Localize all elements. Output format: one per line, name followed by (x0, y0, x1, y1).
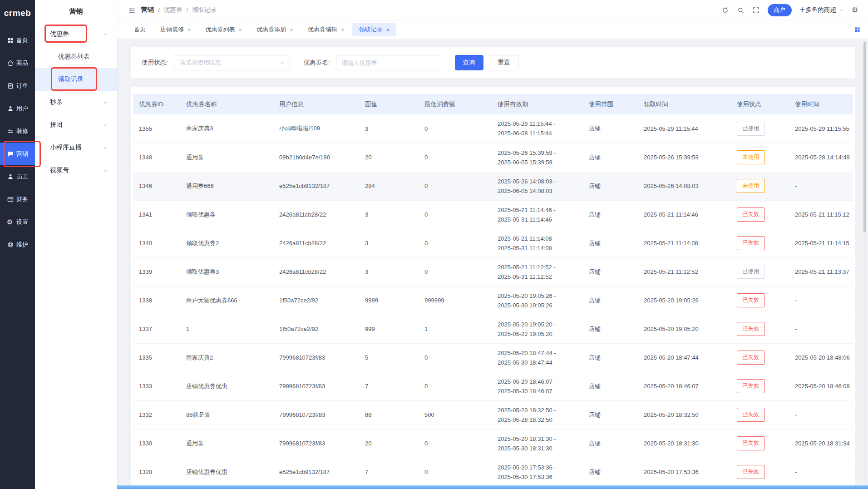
collapse-menu-icon[interactable] (128, 6, 136, 14)
close-tab-icon[interactable]: × (239, 27, 242, 33)
close-tab-icon[interactable]: × (187, 27, 191, 33)
tab-home[interactable]: 首页 (128, 23, 152, 36)
sidebar-item-user[interactable]: 用户 (0, 97, 35, 120)
sidebar-item-label: 装修 (16, 127, 28, 135)
account-menu[interactable]: 王多鱼的商超 (799, 6, 844, 14)
table-row: 1346通用券666e525e1cb9132/18728402025-05-26… (133, 172, 853, 200)
sidebar-item-decorate[interactable]: 装修 (0, 120, 35, 143)
used-time-cell: 2025-05-28 14:14:49 (789, 143, 853, 172)
sidebar-item-finance[interactable]: 财务 (0, 188, 35, 211)
valid-to: 2025-05-22 19:05:20 (498, 329, 581, 339)
breadcrumb-item[interactable]: 领取记录 (192, 6, 217, 14)
sidebar-item-maintain[interactable]: 维护 (0, 233, 35, 256)
min-spend-cell: 0 (419, 429, 492, 458)
received-time-cell: 2025-05-20 18:46:07 (638, 372, 731, 400)
use-status-cell: 已失效 (731, 315, 789, 343)
column-header: 优惠券名称 (181, 94, 274, 114)
submenu-group-label: 小程序直播 (50, 143, 82, 152)
table-row: 1348通用券09b21b0d4e7e/1902002025-05-26 15:… (133, 143, 853, 172)
tab-label: 优惠券编辑 (308, 25, 337, 34)
close-tab-icon[interactable]: × (290, 27, 293, 33)
gear-icon: ⚙ (7, 218, 14, 226)
submenu-group-seckill[interactable]: 秒杀 (35, 91, 117, 114)
tab-layout-grid-icon[interactable] (854, 26, 861, 33)
min-spend-cell: 0 (419, 257, 492, 286)
fullscreen-icon[interactable] (752, 6, 760, 14)
submenu-group-coupon[interactable]: 优惠券 (35, 23, 117, 45)
submenu-item-receive-records[interactable]: 领取记录 (35, 68, 117, 91)
status-badge: 未使用 (737, 150, 765, 164)
tab-label: 首页 (134, 25, 146, 34)
reset-button[interactable]: 重置 (490, 55, 518, 70)
coupon-id-cell: 1335 (133, 343, 181, 372)
table-row: 1330通用券79996810723f/832002025-05-20 18:3… (133, 429, 853, 458)
tab-receive-records[interactable]: 领取记录× (352, 23, 396, 36)
valid-period-cell: 2025-05-21 11:14:46 -2025-05-31 11:14:46 (492, 200, 583, 229)
vertical-scrollbar[interactable] (863, 40, 867, 484)
valid-from: 2025-05-20 18:32:50 - (498, 405, 581, 415)
tab-coupon-add[interactable]: 优惠券添加× (250, 23, 300, 36)
sub-sidebar: 营销 优惠券优惠券列表领取记录秒杀拼团小程序直播视频号 (35, 0, 117, 489)
column-header: 使用范围 (583, 94, 638, 114)
horizontal-scrollbar[interactable] (0, 485, 868, 489)
coupon-id-cell: 1339 (133, 257, 181, 286)
sidebar-item-staff[interactable]: 员工 (0, 165, 35, 188)
tab-label: 店铺装修 (160, 25, 184, 34)
topbar-actions: 商户 王多鱼的商超 ⚙ (721, 4, 858, 16)
coupon-name-label: 优惠券名: (304, 59, 330, 67)
sidebar-item-label: 设置 (16, 218, 28, 226)
search-icon[interactable] (737, 6, 745, 14)
used-time-cell: - (789, 172, 853, 200)
merchant-badge[interactable]: 商户 (768, 4, 792, 16)
use-scope-cell: 店铺 (583, 114, 638, 143)
sidebar-item-goods[interactable]: 商品 (0, 52, 35, 74)
use-scope-cell: 店铺 (583, 172, 638, 200)
used-time-cell: - (789, 400, 853, 429)
sidebar-item-home[interactable]: 首页 (0, 29, 35, 52)
bag-icon (7, 59, 14, 67)
close-tab-icon[interactable]: × (386, 27, 390, 33)
sidebar-item-label: 维护 (16, 241, 28, 249)
use-status-cell: 已失效 (731, 229, 789, 257)
refresh-icon[interactable] (721, 6, 729, 14)
table-row: 133288就是发79996810723f/83885002025-05-20 … (133, 400, 853, 429)
valid-to: 2025-05-31 11:12:52 (498, 272, 581, 282)
tab-coupon-edit[interactable]: 优惠券编辑× (301, 23, 351, 36)
table-body: 1355商家庆典3小雨哗啦啦/109302025-05-29 11:15:44 … (133, 114, 853, 486)
close-tab-icon[interactable]: × (341, 27, 345, 33)
gear-icon[interactable]: ⚙ (852, 6, 858, 14)
valid-period-cell: 2025-05-21 11:12:52 -2025-05-31 11:12:52 (492, 257, 583, 286)
min-spend-cell: 0 (419, 458, 492, 486)
face-value-cell: 7 (360, 458, 419, 486)
valid-from: 2025-05-20 19:05:20 - (498, 320, 581, 329)
scrollbar-thumb[interactable] (863, 42, 866, 232)
coupon-name-input[interactable] (336, 55, 441, 70)
sidebar-item-order[interactable]: 订单 (0, 74, 35, 97)
sidebar-item-marketing[interactable]: 营销 (0, 143, 35, 165)
user-info-cell: 79996810723f/83 (274, 429, 360, 458)
submenu-item-coupon-list[interactable]: 优惠券列表 (35, 45, 117, 68)
table-row: 1339领取优惠券32426a811cb28/22302025-05-21 11… (133, 257, 853, 286)
coupon-name-cell: 领取优惠券 (181, 200, 274, 229)
face-value-cell: 5 (360, 343, 419, 372)
sidebar-item-label: 员工 (16, 173, 28, 181)
search-button[interactable]: 查询 (455, 55, 483, 70)
chevron-down-icon (103, 122, 108, 128)
sidebar-item-settings[interactable]: ⚙设置 (0, 211, 35, 233)
status-badge: 已失效 (737, 408, 765, 422)
breadcrumb-item[interactable]: 优惠券 (164, 6, 182, 14)
valid-to: 2025-05-28 18:32:50 (498, 415, 581, 425)
submenu-group-group-buy[interactable]: 拼团 (35, 114, 117, 136)
valid-to: 2025-06-08 11:15:44 (498, 128, 581, 138)
status-badge: 已失效 (737, 351, 765, 365)
tab-shop-decoration[interactable]: 店铺装修× (154, 23, 197, 36)
submenu-group-mini-live[interactable]: 小程序直播 (35, 136, 117, 159)
submenu-group-video-account[interactable]: 视频号 (35, 159, 117, 182)
valid-period-cell: 2025-05-20 17:53:36 -2025-05-30 17:53:36 (492, 458, 583, 486)
user-info-cell: 79996810723f/83 (274, 372, 360, 400)
valid-from: 2025-05-20 18:47:44 - (498, 348, 581, 358)
status-select[interactable]: 请选择使用状态 (174, 55, 290, 70)
chevron-up-icon (103, 31, 108, 37)
status-badge: 已使用 (737, 265, 765, 279)
tab-coupon-list[interactable]: 优惠券列表× (199, 23, 249, 36)
